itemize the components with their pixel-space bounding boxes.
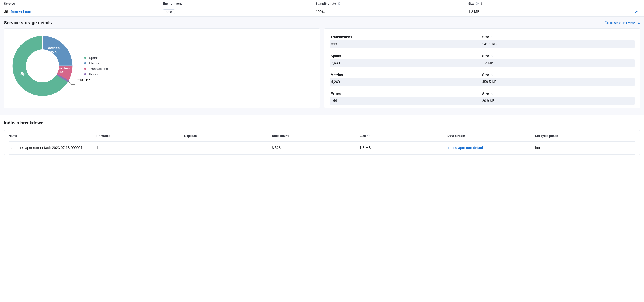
legend-item-metrics[interactable]: Metrics — [84, 61, 108, 65]
stat-size-label: Size — [482, 54, 489, 58]
col-environment-label: Environment — [163, 2, 182, 5]
environment-cell: prod — [163, 9, 316, 14]
idx-size-cell: 1.3 MB — [360, 146, 447, 150]
service-lang-badge: JS — [4, 10, 8, 14]
svg-text:?: ? — [368, 135, 369, 136]
stat-size: 1.2 MB — [482, 61, 633, 65]
service-row[interactable]: JS frontend-rum prod 100% 1.8 MB — [0, 7, 644, 17]
sort-desc-icon — [480, 2, 483, 5]
storage-details-title: Service storage details — [4, 20, 52, 25]
storage-stats-card: Transactions Size ? 898 141.1 KB Spans S… — [324, 28, 640, 108]
idx-col-phase[interactable]: Lifecycle phase — [535, 134, 636, 138]
indices-table-row: .ds-traces-apm.rum-default-2023.07.18-00… — [8, 142, 636, 155]
service-cell: JS frontend-rum — [4, 10, 163, 14]
svg-text:?: ? — [491, 36, 492, 38]
indices-title: Indices breakdown — [4, 120, 640, 125]
stat-count: 898 — [331, 42, 482, 46]
stat-size: 20.9 KB — [482, 99, 633, 103]
donut-label-metrics: Metrics 25% — [47, 46, 60, 54]
idx-phase-cell: hot — [535, 146, 636, 150]
col-size-label: Size — [468, 2, 474, 5]
svg-text:?: ? — [491, 55, 492, 57]
indices-breakdown: Indices breakdown Name Primaries Replica… — [0, 115, 644, 159]
legend-item-spans[interactable]: Spans — [84, 56, 108, 59]
col-environment[interactable]: Environment — [163, 2, 316, 5]
legend-item-transactions[interactable]: Transactions — [84, 67, 108, 70]
idx-col-primaries[interactable]: Primaries — [96, 134, 184, 138]
storage-donut-chart[interactable]: Spans 66% Metrics 25% Transactions 8% Er… — [10, 33, 76, 99]
help-icon[interactable]: ? — [490, 54, 494, 58]
stat-label: Metrics — [330, 73, 482, 77]
stat-size-label: Size — [482, 35, 489, 39]
services-table-header: Service Environment Sampling rate ? Size… — [0, 0, 644, 7]
col-size[interactable]: Size ? — [468, 2, 621, 5]
legend-dot-icon — [84, 57, 86, 59]
stat-label: Transactions — [330, 35, 482, 39]
col-service[interactable]: Service — [4, 2, 163, 5]
col-service-label: Service — [4, 2, 15, 5]
col-sampling-rate-label: Sampling rate — [316, 2, 336, 5]
stat-block-spans: Spans Size ? 7,630 1.2 MB — [330, 53, 634, 67]
help-icon[interactable]: ? — [490, 36, 494, 39]
stat-label: Errors — [330, 92, 482, 96]
idx-col-stream[interactable]: Data stream — [447, 134, 535, 138]
environment-badge: prod — [163, 9, 175, 14]
stat-count: 144 — [331, 99, 482, 103]
col-sampling-rate[interactable]: Sampling rate ? — [316, 2, 468, 5]
legend-dot-icon — [84, 62, 86, 64]
stat-block-transactions: Transactions Size ? 898 141.1 KB — [330, 34, 634, 48]
stat-block-metrics: Metrics Size ? 4,260 459.5 KB — [330, 72, 634, 86]
idx-name-cell: .ds-traces-apm.rum-default-2023.07.18-00… — [8, 145, 96, 151]
donut-legend: Spans Metrics Transactions Errors — [84, 54, 108, 78]
donut-label-transactions: Transactions 8% — [52, 67, 70, 73]
stat-count: 4,260 — [331, 80, 482, 84]
size-cell: 1.8 MB — [468, 10, 621, 14]
idx-stream-link[interactable]: traces-apm.rum-default — [447, 146, 484, 150]
stat-size: 141.1 KB — [482, 42, 633, 46]
legend-dot-icon — [84, 73, 86, 75]
svg-text:?: ? — [477, 2, 478, 4]
stat-size-label: Size — [482, 92, 489, 96]
storage-donut-card: Spans 66% Metrics 25% Transactions 8% Er… — [4, 28, 320, 108]
svg-text:?: ? — [491, 74, 492, 76]
help-icon[interactable]: ? — [338, 2, 340, 5]
stat-label: Spans — [330, 54, 482, 58]
idx-col-docs[interactable]: Docs count — [272, 134, 360, 138]
idx-replicas-cell: 1 — [184, 146, 272, 150]
help-icon[interactable]: ? — [490, 92, 494, 95]
sampling-rate-cell: 100% — [316, 10, 468, 14]
stat-size-label: Size — [482, 73, 489, 77]
go-to-service-overview-link[interactable]: Go to service overview — [604, 21, 640, 25]
help-icon[interactable]: ? — [367, 134, 370, 137]
help-icon[interactable]: ? — [490, 73, 494, 76]
svg-text:?: ? — [491, 93, 492, 95]
legend-item-errors[interactable]: Errors — [84, 72, 108, 76]
help-icon[interactable]: ? — [476, 2, 479, 5]
stat-block-errors: Errors Size ? 144 20.9 KB — [330, 91, 634, 105]
idx-primaries-cell: 1 — [96, 146, 184, 150]
indices-table: Name Primaries Replicas Docs count Size … — [4, 130, 640, 155]
donut-label-spans: Spans 66% — [20, 71, 41, 76]
indices-table-header: Name Primaries Replicas Docs count Size … — [8, 130, 636, 142]
legend-dot-icon — [84, 68, 86, 70]
idx-col-name[interactable]: Name — [8, 134, 96, 138]
donut-label-errors: Errors 1% — [74, 78, 90, 81]
idx-col-replicas[interactable]: Replicas — [184, 134, 272, 138]
services-table: Service Environment Sampling rate ? Size… — [0, 0, 644, 17]
service-name-link[interactable]: frontend-rum — [11, 10, 31, 14]
idx-col-size[interactable]: Size ? — [360, 134, 447, 138]
stat-size: 459.5 KB — [482, 80, 633, 84]
svg-text:?: ? — [338, 2, 340, 4]
service-storage-details: Service storage details Go to service ov… — [0, 17, 644, 115]
idx-docs-cell: 8,528 — [272, 146, 360, 150]
stat-count: 7,630 — [331, 61, 482, 65]
collapse-icon[interactable] — [635, 10, 639, 14]
